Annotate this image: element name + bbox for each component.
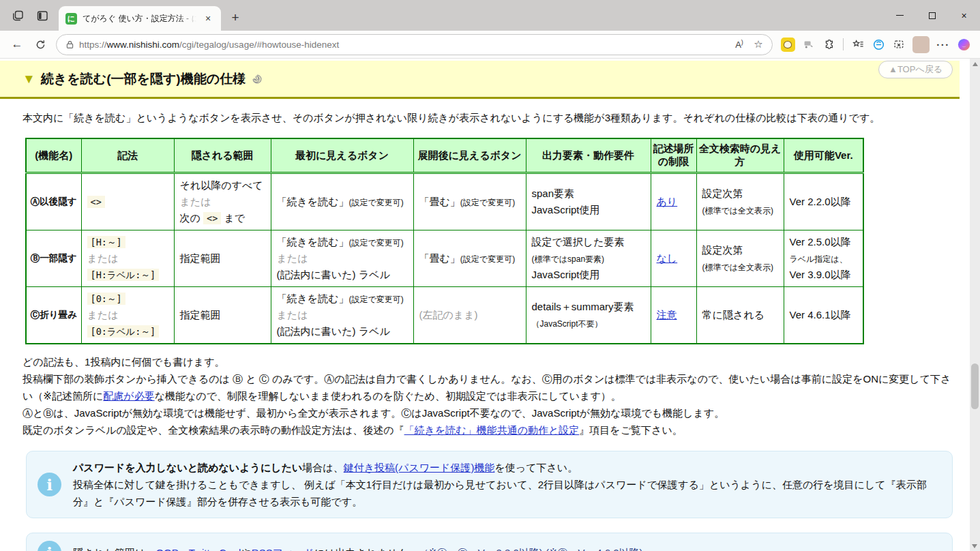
code-chip: [H:ラベル:～] [87,269,160,281]
tab-actions-button[interactable] [31,5,53,26]
address-bar[interactable]: https://www.nishishi.com/cgi/tegalog/usa… [56,34,773,55]
scroll-down-icon [972,544,977,548]
browser-tab[interactable]: に てがろぐ 使い方・設定方法 - にししふぁ × [59,6,221,31]
text-segment: を使って下さい。 [494,462,578,473]
refresh-icon [35,39,46,50]
text-segment: または [277,252,308,264]
table-cell: 指定範囲 [174,287,271,344]
text-segment: (標準ではspan要素) [532,254,605,264]
text-segment: span要素 [532,188,575,199]
extension-button-1[interactable] [778,35,797,53]
text-link[interactable]: 注意 [657,309,677,321]
intro-paragraph: 本文内に「続きを読む」というようなボタンを表示させ、そのボタンが押されない限り続… [23,112,957,125]
extension-button-2[interactable] [799,35,818,53]
star-icon: ☆ [754,38,762,50]
info-box-text: パスワードを入力しないと読めないようにしたい場合は、鍵付き投稿(パスワード保護)… [73,459,941,510]
row-label: Ⓑ一部隠す [26,230,81,287]
text-link[interactable]: あり [657,196,678,207]
text-segment: 設定次第 [702,244,743,256]
back-button[interactable]: ← [7,34,27,55]
scroll-up-button[interactable] [970,59,980,69]
table-cell: Ver 2.2.0以降 [784,173,863,230]
note-paragraph: 既定のボタンラベルの設定や、全文検索結果の表示時の動作設定方法は、後述の『「続き… [23,421,957,438]
code-chip: [0:ラベル:～] [87,325,160,338]
favorites-hub-button[interactable] [848,35,867,53]
text-segment: (設定で変更可) [349,295,404,304]
maximize-button[interactable] [916,0,948,31]
column-header: (機能名) [26,138,81,173]
feature-spec-table: (機能名)記法隠される範囲最初に見えるボタン展開後に見えるボタン出力要素・動作要… [25,138,864,344]
refresh-button[interactable] [30,34,50,55]
text-segment: 』項目をご覧下さい。 [579,424,682,436]
favorite-button[interactable]: ☆ [749,35,768,53]
text-segment: 「続きを読む」 [277,293,349,304]
text-segment: には出力されません。 [314,547,418,551]
text-segment: （※Ⓐ・Ⓑ：Ver 3.8.0以降) (※Ⓒ：Ver 4.6.2以降) [418,547,642,551]
table-cell: details＋summary要素（JavaScript不要） [526,287,651,344]
text-link[interactable]: 「続きを読む」機能共通の動作と設定 [404,424,580,436]
web-capture-button[interactable] [889,35,908,53]
text-segment: 設定で選択した要素 [532,236,625,248]
text-segment: または [277,309,308,321]
close-button[interactable]: × [948,0,980,31]
settings-menu-button[interactable]: ··· [934,35,953,53]
column-header: 使用可能Ver. [784,138,863,173]
tab-close-button[interactable]: × [202,12,214,25]
text-link[interactable]: なし [657,252,678,264]
column-header: 記法 [81,138,174,173]
scrollbar-thumb[interactable] [971,363,979,409]
table-cell: (左記のまま) [413,287,526,344]
note-paragraph: 投稿欄下部の装飾ボタンから挿入できるのは Ⓑ と Ⓒ のみです。Ⓐの記法は自力で… [23,370,957,404]
text-segment: や [241,547,251,551]
column-header: 展開後に見えるボタン [413,138,526,173]
text-segment: details＋summary要素 [532,301,634,312]
table-cell: 指定範囲 [174,230,271,287]
table-cell: span要素JavaScript使用 [526,173,651,230]
code-chip: [H:～] [87,236,125,248]
text-segment: 隠された範囲は、 [73,547,155,551]
note-paragraph: ⒶとⒷは、JavaScriptが無効な環境では機能せず、最初から全文が表示されま… [23,404,957,421]
text-segment: (標準では全文表示) [702,206,774,215]
permalink-icon[interactable] [251,73,263,85]
text-segment: パスワードを入力しないと読めないようにしたい [73,462,302,473]
code-chip: <> [87,196,105,208]
minimize-button[interactable] [884,0,916,31]
vertical-scrollbar[interactable] [970,59,980,551]
puzzle-icon [822,38,835,50]
section-marker: ▼ [23,72,35,87]
profile-avatar[interactable] [912,36,930,53]
column-header: 最初に見えるボタン [271,138,413,173]
text-segment: 既定のボタンラベルの設定や、全文検索結果の表示時の動作設定方法は、後述の『 [23,424,404,436]
text-segment: 次の [180,212,204,224]
text-link[interactable]: 配慮が必要 [103,390,154,402]
text-segment: 「畳む」 [419,252,460,264]
table-cell: 注意 [651,287,696,344]
text-segment: 「続きを読む」 [277,196,349,207]
section-title: 続きを読む(一部を隠す)機能の仕様 [41,70,246,88]
extension-icon-2 [802,38,814,50]
text-link[interactable]: RSSフィード [252,547,314,551]
back-to-top-button[interactable]: ▲TOPへ戻る [878,61,953,78]
info-box-feed: i 隠された範囲は、OGP＋TwitterCardやRSSフィードには出力されま… [26,533,953,551]
text-link[interactable]: 鍵付き投稿(パスワード保護)機能 [344,462,495,473]
text-segment: (左記のまま) [419,309,478,321]
info-icon: i [38,473,61,496]
tab-favicon: に [65,13,77,25]
section-heading: ▼続きを読む(一部を隠す)機能の仕様 [0,61,960,99]
new-tab-button[interactable]: + [225,8,246,28]
table-cell: [0:～]または[0:ラベル:～] [81,287,174,344]
copilot-button[interactable] [954,35,973,53]
browser-toolbar: ← https://www.nishishi.com/cgi/tegalog/u… [0,31,980,59]
text-segment: または [87,309,119,321]
capture-icon [893,38,905,50]
workspaces-button[interactable] [7,5,29,26]
table-cell: Ver 4.6.1以降 [784,287,863,344]
url-text: https://www.nishishi.com/cgi/tegalog/usa… [79,40,730,50]
ie-mode-button[interactable] [869,35,888,53]
text-link[interactable]: OGP＋TwitterCard [155,547,241,551]
read-aloud-button[interactable]: A) [730,35,749,53]
text-segment: 常に隠される [702,309,764,321]
table-cell: [H:～]または[H:ラベル:～] [81,230,174,287]
favorites-list-icon [852,38,865,51]
extensions-button[interactable] [819,35,838,53]
